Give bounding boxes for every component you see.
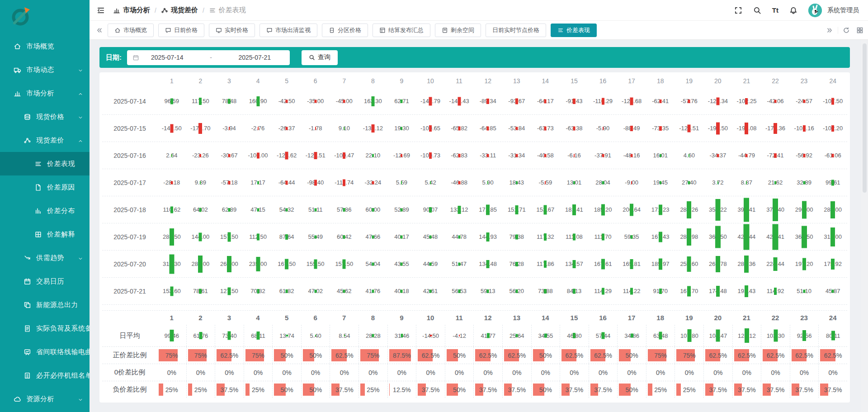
- average-cell[interactable]: 8.54: [330, 325, 359, 346]
- spread-cell[interactable]: 59.13: [473, 278, 502, 304]
- ratio-cell[interactable]: 62.5%: [473, 347, 502, 364]
- spread-cell[interactable]: 372.40: [761, 196, 790, 223]
- ratio-cell[interactable]: 0%: [157, 364, 186, 381]
- spread-cell[interactable]: -121.51: [301, 142, 330, 169]
- spread-cell[interactable]: 167.61: [589, 251, 618, 277]
- spread-cell[interactable]: 193.43: [732, 278, 761, 304]
- ratio-cell[interactable]: 62.5%: [732, 347, 761, 364]
- spread-cell[interactable]: -46.88: [445, 169, 474, 196]
- spread-cell[interactable]: 153.60: [157, 278, 186, 304]
- spread-cell[interactable]: 355.22: [703, 196, 732, 223]
- spread-cell[interactable]: 42.61: [416, 278, 445, 304]
- spread-cell[interactable]: 51.11: [301, 196, 330, 223]
- ratio-cell[interactable]: 62.5%: [818, 347, 847, 364]
- spread-cell[interactable]: 79.38: [502, 223, 531, 250]
- spread-cell[interactable]: 5.59: [387, 169, 416, 196]
- spread-cell[interactable]: -62.41: [646, 88, 675, 114]
- spread-cell[interactable]: 45.87: [818, 278, 847, 304]
- spread-cell[interactable]: 391.41: [732, 196, 761, 223]
- spread-cell[interactable]: 55.49: [301, 223, 330, 250]
- ratio-cell[interactable]: 50%: [617, 347, 646, 364]
- spread-cell[interactable]: -48.16: [617, 142, 646, 169]
- ratio-cell[interactable]: 75%: [157, 347, 186, 364]
- spread-cell[interactable]: 224.44: [761, 251, 790, 277]
- spread-cell[interactable]: -127.34: [703, 88, 732, 114]
- spread-cell[interactable]: -57.18: [215, 169, 244, 196]
- spread-cell[interactable]: -12.69: [387, 142, 416, 169]
- spread-cell[interactable]: 28.04: [589, 169, 618, 196]
- spread-cell[interactable]: 9.39: [186, 169, 215, 196]
- average-cell[interactable]: 92.56: [790, 325, 819, 346]
- spread-cell[interactable]: 60.00: [359, 196, 387, 223]
- spread-cell[interactable]: 363.50: [790, 223, 819, 250]
- ratio-cell[interactable]: 37.5%: [589, 381, 618, 398]
- spread-cell[interactable]: 117.86: [531, 251, 560, 277]
- ratio-cell[interactable]: 37.5%: [818, 381, 847, 398]
- ratio-cell[interactable]: 37.5%: [416, 381, 445, 398]
- ratio-cell[interactable]: 50%: [301, 347, 330, 364]
- spread-cell[interactable]: 62.71: [387, 88, 416, 114]
- spread-cell[interactable]: -6.16: [560, 142, 589, 169]
- ratio-cell[interactable]: 37.5%: [330, 381, 359, 398]
- spread-cell[interactable]: 54.04: [359, 251, 387, 277]
- spread-cell[interactable]: 45.48: [416, 223, 445, 250]
- spread-cell[interactable]: 4.60: [675, 142, 703, 169]
- spread-cell[interactable]: 16.01: [646, 142, 675, 169]
- spread-cell[interactable]: 111.70: [589, 223, 618, 250]
- spread-cell[interactable]: 117.50: [186, 88, 215, 114]
- sidebar-item-spread-performance[interactable]: 价差表现: [0, 152, 90, 175]
- ratio-cell[interactable]: 12.5%: [387, 381, 416, 398]
- spread-cell[interactable]: 84.13: [560, 278, 589, 304]
- spread-cell[interactable]: 171.85: [473, 196, 502, 223]
- average-cell[interactable]: -4.12: [445, 325, 474, 346]
- ratio-cell[interactable]: 0%: [359, 364, 387, 381]
- spread-cell[interactable]: -100.73: [416, 142, 445, 169]
- sidebar-item-spot-price[interactable]: 现货价格: [0, 105, 90, 128]
- spread-cell[interactable]: 181.41: [560, 196, 589, 223]
- ratio-cell[interactable]: 37.5%: [790, 381, 819, 398]
- ratio-cell[interactable]: 62.5%: [416, 347, 445, 364]
- tabs-next-button[interactable]: [826, 27, 833, 34]
- ratio-cell[interactable]: 75%: [359, 347, 387, 364]
- spread-cell[interactable]: 144.93: [473, 223, 502, 250]
- spread-cell[interactable]: 51.47: [445, 251, 474, 277]
- spread-cell[interactable]: 5.90: [473, 169, 502, 196]
- tab-clearing-monitor[interactable]: 市场出清监视: [259, 24, 317, 37]
- spread-cell[interactable]: -35.00: [301, 88, 330, 114]
- spread-cell[interactable]: -110.29: [589, 88, 618, 114]
- spread-cell[interactable]: 19.45: [646, 169, 675, 196]
- ratio-cell[interactable]: 50%: [272, 347, 301, 364]
- ratio-cell[interactable]: 0%: [646, 364, 675, 381]
- spread-cell[interactable]: 155.50: [301, 251, 330, 277]
- spread-cell[interactable]: 280.00: [186, 251, 215, 277]
- sidebar-item-tie-line-curve[interactable]: 省间联络线输电曲线: [0, 340, 90, 364]
- spread-cell[interactable]: 185.97: [646, 251, 675, 277]
- spread-cell[interactable]: 265.00: [215, 251, 244, 277]
- ratio-cell[interactable]: 0%: [445, 364, 474, 381]
- ratio-cell[interactable]: 0%: [301, 364, 330, 381]
- ratio-cell[interactable]: 25%: [646, 381, 675, 398]
- spread-cell[interactable]: 87.64: [272, 223, 301, 250]
- spread-cell[interactable]: -44.79: [732, 142, 761, 169]
- spread-cell[interactable]: -142.79: [416, 88, 445, 114]
- spread-cell[interactable]: -63.38: [560, 115, 589, 142]
- spread-cell[interactable]: 114.22: [617, 278, 646, 304]
- spread-cell[interactable]: 70.82: [244, 278, 273, 304]
- spread-cell[interactable]: 9.10: [330, 115, 359, 142]
- tab-remaining-space[interactable]: 剩余空间: [435, 24, 481, 37]
- average-cell[interactable]: 46.80: [560, 325, 589, 346]
- date-range-input[interactable]: 2025-07-14 - 2025-07-21: [127, 50, 290, 65]
- spread-cell[interactable]: 117.32: [531, 223, 560, 250]
- ratio-cell[interactable]: 0%: [675, 364, 703, 381]
- spread-cell[interactable]: -3.94: [215, 115, 244, 142]
- ratio-cell[interactable]: 75%: [675, 347, 703, 364]
- spread-cell[interactable]: 91.70: [646, 278, 675, 304]
- spread-cell[interactable]: 62.89: [215, 196, 244, 223]
- spread-cell[interactable]: 114.29: [589, 278, 618, 304]
- spread-cell[interactable]: 157.50: [330, 251, 359, 277]
- refresh-icon[interactable]: [843, 27, 850, 34]
- ratio-cell[interactable]: 25%: [186, 381, 215, 398]
- spread-cell[interactable]: -23.26: [186, 142, 215, 169]
- spread-cell[interactable]: 78.48: [215, 88, 244, 114]
- spread-cell[interactable]: 134.48: [473, 251, 502, 277]
